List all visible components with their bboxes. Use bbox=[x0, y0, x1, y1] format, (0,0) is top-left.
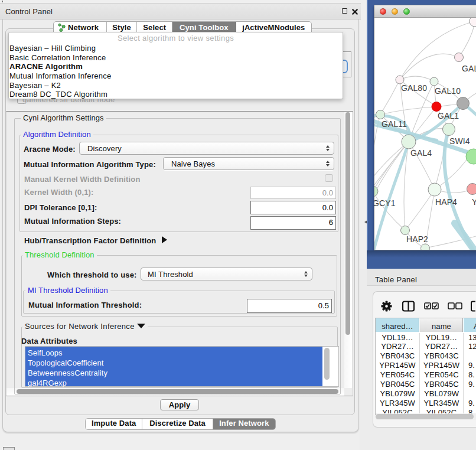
svg-text:GAL: GAL bbox=[462, 64, 476, 73]
svg-text:GAL10: GAL10 bbox=[435, 86, 461, 96]
svg-text:GAL11: GAL11 bbox=[382, 119, 407, 129]
svg-text:HAP4: HAP4 bbox=[435, 197, 457, 207]
svg-text:HAP2: HAP2 bbox=[406, 234, 428, 244]
svg-text:GAL4: GAL4 bbox=[410, 148, 432, 158]
svg-text:GAL1: GAL1 bbox=[438, 111, 459, 120]
svg-text:GAL80: GAL80 bbox=[401, 83, 427, 93]
svg-text:GCY1: GCY1 bbox=[374, 198, 396, 208]
svg-text:Y: Y bbox=[472, 197, 476, 207]
svg-text:SWI4: SWI4 bbox=[449, 136, 470, 146]
